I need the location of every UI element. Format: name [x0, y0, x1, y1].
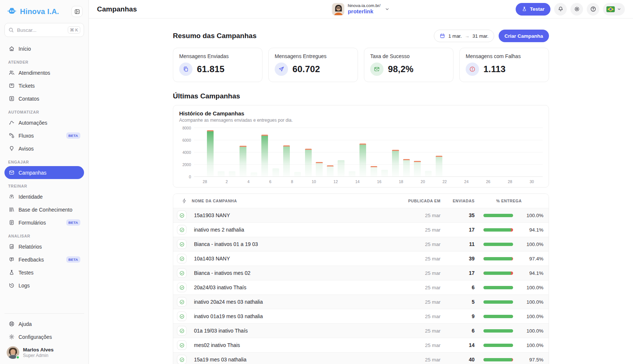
delivery-bar [483, 300, 513, 304]
date-range-end: 31 mar. [472, 33, 488, 39]
send-icon [275, 63, 288, 76]
sidebar-item-label: Testes [19, 270, 80, 276]
chart-bar[interactable] [371, 166, 377, 177]
chart-bar[interactable] [240, 146, 246, 177]
user-name: Marlos Alves [23, 347, 54, 353]
sidebar-item-inicio[interactable]: Início [4, 42, 84, 55]
sidebar-item-configuracoes[interactable]: Configurações [4, 330, 84, 343]
x-tick-label: 30 [521, 179, 543, 184]
chart-bar[interactable] [283, 145, 290, 177]
sent-count: 11 [441, 241, 475, 247]
chart-bar[interactable] [338, 160, 344, 177]
table-row[interactable]: 15a1903 NANY25 mar35100.0% [173, 208, 549, 222]
table-header: NOME DA CAMPANHA PUBLICADA EM ENVIADAS %… [173, 194, 549, 208]
latest-campaigns-heading: Últimas Campanhas [173, 92, 549, 100]
sidebar-item-atendimentos[interactable]: Atendimentos [4, 66, 84, 79]
sidebar-item-logs[interactable]: Logs [4, 279, 84, 292]
search-box[interactable]: ⌘ K [4, 23, 84, 37]
chart-bar[interactable] [207, 130, 214, 177]
sidebar-item-feedbacks[interactable]: FeedbacksBETA [4, 253, 84, 266]
sidebar-item-relatorios[interactable]: Relatórios [4, 240, 84, 253]
user-menu[interactable]: Marlos Alves Super Admin [4, 343, 84, 360]
x-tick-label: 22 [434, 179, 456, 184]
chart-bar[interactable] [425, 171, 432, 177]
table-row[interactable]: Bianca - inativos 01 a 19 0325 mar11100.… [173, 237, 549, 251]
sidebar-item-tickets[interactable]: Tickets [4, 79, 84, 92]
help-button[interactable] [587, 3, 599, 16]
table-row[interactable]: Bianca - inativos mes 0225 mar1794.1% [173, 266, 549, 280]
stat-cards: Mensagens Enviadas61.815Mensagens Entreg… [173, 48, 549, 82]
nav-section-label: TREINAR [8, 184, 80, 188]
sidebar-item-label: Atendimentos [19, 70, 80, 76]
brand-logo: Hinova I.A. [7, 6, 59, 17]
chart-bar[interactable] [305, 149, 312, 177]
table-row[interactable]: 15a19 mes 03 nathalia25 mar4097.5% [173, 352, 549, 364]
sidebar-collapse-button[interactable] [71, 6, 83, 17]
workspace-selector[interactable]: hinova-ia.com.br/ proterlink [332, 3, 390, 16]
chart-bar[interactable] [261, 135, 268, 177]
workspace-name: proterlink [348, 8, 380, 14]
delivery-bar [483, 243, 513, 246]
chart-bar[interactable] [316, 162, 322, 177]
sidebar-item-avisos[interactable]: Avisos [4, 142, 84, 155]
delivery-bar [483, 329, 513, 333]
status-chip [177, 311, 187, 321]
sidebar-item-campanhas[interactable]: Campanhas [4, 166, 84, 179]
create-campaign-button[interactable]: Criar Campanha [499, 30, 549, 42]
x-tick-label: 28 [194, 179, 216, 184]
campaign-name: inativo 01a19 mes 03 nathalia [192, 313, 396, 319]
chart-bar[interactable] [349, 171, 355, 177]
chart-bar[interactable] [294, 172, 301, 177]
x-tick-label: 16 [368, 179, 390, 184]
table-row[interactable]: inativo mes 2 nathalia25 mar1794.1% [173, 222, 549, 237]
test-button[interactable]: Testar [516, 3, 550, 16]
table-row[interactable]: mes02 inativo Thais25 mar14100.0% [173, 338, 549, 352]
sent-count: 39 [441, 256, 475, 262]
stat-card-0: Mensagens Enviadas61.815 [173, 48, 262, 82]
sidebar-item-contatos[interactable]: Contatos [4, 92, 84, 105]
table-row[interactable]: inativo 20a24 mes 03 nathalia25 mar5100.… [173, 294, 549, 309]
language-selector[interactable] [603, 3, 625, 16]
check-circle-icon [179, 357, 185, 363]
sidebar-item-ajuda[interactable]: Ajuda [4, 317, 84, 330]
chart-bar[interactable] [414, 161, 421, 177]
sidebar-item-fluxos[interactable]: FluxosBETA [4, 129, 84, 142]
campaign-name: 10a1403 NANY [192, 256, 396, 262]
chart-bar[interactable] [381, 170, 388, 177]
chart-bar[interactable] [229, 171, 235, 177]
chart-bar[interactable] [392, 150, 399, 177]
search-input[interactable] [17, 27, 65, 33]
sidebar-item-formularios[interactable]: FormuláriosBETA [4, 216, 84, 229]
table-row[interactable]: 10a1403 NANY25 mar3997.4% [173, 251, 549, 266]
workspace-domain: hinova-ia.com.br/ [348, 3, 380, 8]
sidebar-item-label: Base de Conhecimento [19, 207, 80, 213]
chart-bar[interactable] [436, 156, 442, 177]
chart-bar[interactable] [251, 172, 257, 177]
file-icon [8, 219, 15, 226]
chart-bar[interactable] [272, 168, 279, 177]
delivery-bar [483, 344, 513, 347]
chart-bar[interactable] [218, 171, 224, 177]
theme-toggle-button[interactable] [570, 3, 583, 16]
sidebar-item-identidade[interactable]: Identidade [4, 190, 84, 203]
sidebar-item-automacoes[interactable]: Automações [4, 116, 84, 129]
x-tick-label: 10 [303, 179, 325, 184]
status-chip [177, 355, 187, 364]
delivery-bar [483, 358, 513, 361]
chart-title: Histórico de Campanhas [179, 110, 543, 117]
date-range-picker[interactable]: 1 mar. → 31 mar. [434, 30, 494, 42]
chart-bar[interactable] [403, 159, 410, 177]
table-row[interactable]: 20a24/03 inativo Thaís25 mar6100.0% [173, 280, 549, 294]
summary-heading: Resumo das Campanhas [173, 32, 257, 40]
sidebar-item-testes[interactable]: Testes [4, 266, 84, 279]
sidebar-item-base-de-conhecimento[interactable]: Base de Conhecimento [4, 203, 84, 216]
sent-count: 17 [441, 227, 475, 233]
chart-bar[interactable] [327, 165, 334, 177]
chart-bar[interactable] [359, 144, 366, 177]
fingerprint-icon [8, 193, 15, 200]
delivery-bar [483, 214, 513, 217]
table-row[interactable]: 01a 19/03 inativo Thaís25 mar6100.0% [173, 323, 549, 338]
table-row[interactable]: inativo 01a19 mes 03 nathalia25 mar9100.… [173, 309, 549, 323]
notifications-button[interactable] [554, 3, 567, 16]
x-tick-label: 18 [390, 179, 412, 184]
